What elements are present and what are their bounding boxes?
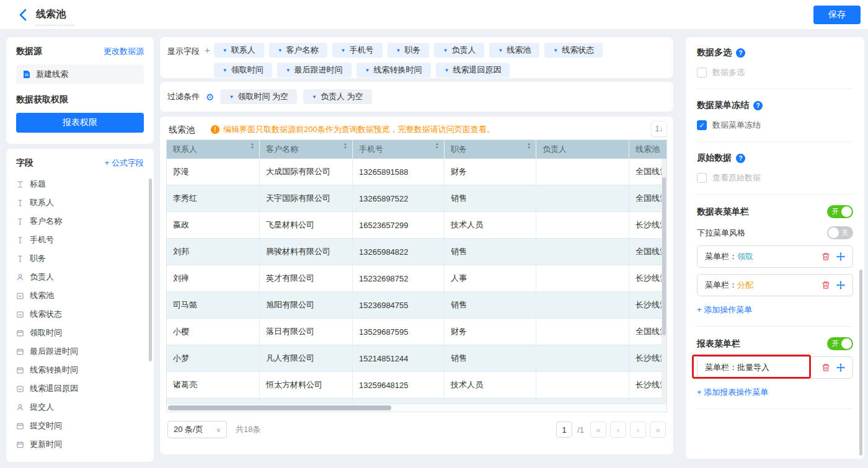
fields-panel: 字段 + 公式字段 标题 联系人 客户名称 手机号 职务 负责人 线索池 线索状…	[6, 149, 154, 462]
add-formula-field-link[interactable]: + 公式字段	[105, 157, 144, 169]
display-chip-returnreason[interactable]: ▼线索退回原因	[436, 63, 510, 77]
sort-icon[interactable]: ▲▼	[250, 142, 254, 149]
display-chip-claimtime[interactable]: ▼领取时间	[214, 63, 272, 77]
save-button[interactable]: 保存	[813, 6, 861, 24]
table-row[interactable]: 小樱落日有限公司13529687595财务全国线索	[167, 319, 666, 345]
column-header-owner[interactable]: 负责人	[536, 140, 629, 159]
checkbox-checked-icon[interactable]: ✓	[697, 120, 707, 130]
sort-icon[interactable]: ▲▼	[435, 142, 439, 149]
table-row[interactable]: 刘禅英才有限公司15232698752人事长沙线索	[167, 265, 666, 292]
raw-data-checkbox[interactable]: 查看原始数据	[697, 172, 853, 183]
gear-icon[interactable]: ⚙	[206, 92, 214, 102]
page-number-input[interactable]: 1	[556, 422, 572, 438]
sort-icon[interactable]: ▲▼	[343, 142, 347, 149]
column-header-phone[interactable]: 手机号▲▼	[353, 140, 445, 159]
move-icon[interactable]	[836, 252, 845, 261]
report-permission-button[interactable]: 报表权限	[16, 113, 144, 133]
table-row[interactable]: 刘邦腾骏材料有限公司13265984822销售全国线索	[167, 239, 666, 265]
fields-scrollbar[interactable]	[149, 179, 152, 361]
column-header-job[interactable]: 职务▲▼	[445, 140, 536, 159]
trash-icon[interactable]	[822, 252, 830, 261]
table-cell	[536, 185, 629, 211]
page-size-select[interactable]: 20 条/页 ∨	[167, 421, 227, 438]
add-display-field-button[interactable]: +	[205, 46, 210, 55]
field-item-converttime[interactable]: 线索转换时间	[16, 361, 144, 379]
datasource-item[interactable]: 新建线索	[16, 64, 144, 84]
menu-freeze-checkbox[interactable]: ✓ 数据菜单冻结	[697, 120, 853, 131]
table-row-partial[interactable]	[167, 399, 666, 404]
prev-page-button[interactable]: ‹	[610, 422, 626, 438]
last-page-button[interactable]: »	[650, 422, 666, 438]
chip-label: 最后跟进时间	[294, 64, 343, 76]
sort-icon[interactable]: ▲▼	[527, 142, 531, 149]
display-chip-owner[interactable]: ▼负责人	[434, 43, 484, 58]
table-row[interactable]: 苏漫大成国际有限公司13265891588财务全国线索	[167, 159, 666, 185]
field-item-submitter[interactable]: 提交人	[16, 398, 144, 417]
next-page-button[interactable]: ›	[630, 422, 646, 438]
display-chip-leadpool[interactable]: ▼线索池	[489, 43, 539, 58]
field-item-leadpool[interactable]: 线索池	[16, 286, 144, 305]
column-header-customer[interactable]: 客户名称▲▼	[260, 140, 353, 159]
column-header-leadpool[interactable]: 线索池	[629, 140, 666, 159]
settings-scrollbar[interactable]	[859, 270, 862, 456]
help-icon[interactable]: ?	[736, 48, 745, 58]
menu-item-claim[interactable]: 菜单栏：领取	[697, 245, 853, 268]
add-action-menu-link[interactable]: + 添加操作菜单	[697, 304, 853, 316]
field-label: 提交时间	[30, 420, 62, 431]
scrollbar-thumb[interactable]	[168, 405, 391, 410]
field-item-lastfollow[interactable]: 最后跟进时间	[16, 342, 144, 361]
back-icon[interactable]	[17, 9, 29, 21]
field-item-leadstatus[interactable]: 线索状态	[16, 305, 144, 324]
add-report-action-menu-link[interactable]: + 添加报表操作菜单	[697, 387, 853, 398]
table-menu-toggle[interactable]: 开	[827, 205, 853, 218]
change-datasource-link[interactable]: 更改数据源	[104, 46, 144, 57]
filter-chip-claimtime[interactable]: ▼领取时间 为空	[220, 89, 297, 104]
field-item-phone[interactable]: 手机号	[16, 231, 144, 249]
filter-chip-owner[interactable]: ▼负责人 为空	[303, 89, 372, 104]
column-header-contact[interactable]: 联系人▲▼	[167, 140, 260, 159]
checkbox-unchecked-icon[interactable]	[697, 173, 707, 183]
display-chip-contact[interactable]: ▼联系人	[214, 43, 264, 58]
field-item-returnreason[interactable]: 线索退回原因	[16, 379, 144, 398]
trash-icon[interactable]	[822, 281, 830, 289]
table-row[interactable]: 嬴政飞星材料公司16523657299技术人员长沙线索	[167, 212, 666, 239]
field-item-title[interactable]: 标题	[16, 175, 144, 193]
field-item-owner[interactable]: 负责人	[16, 268, 144, 286]
display-chip-customer[interactable]: ▼客户名称	[269, 43, 327, 58]
first-page-button[interactable]: «	[590, 422, 606, 438]
display-chip-job[interactable]: ▼职务	[388, 43, 430, 58]
menu-prefix: 菜单栏：	[705, 363, 737, 372]
help-icon[interactable]: ?	[736, 154, 745, 163]
menu-item-batch-import[interactable]: 菜单栏：批量导入	[697, 356, 853, 379]
move-icon[interactable]	[836, 363, 845, 372]
checkbox-unchecked-icon[interactable]	[697, 68, 707, 77]
move-icon[interactable]	[836, 281, 845, 289]
dropdown-style-toggle[interactable]: 关	[827, 226, 853, 239]
table-cell: 13529687595	[353, 319, 445, 345]
display-chip-converttime[interactable]: ▼线索转换时间	[356, 63, 431, 77]
help-icon[interactable]: ?	[753, 101, 763, 110]
field-item-claimtime[interactable]: 领取时间	[16, 324, 144, 342]
table-row[interactable]: 司马懿旭阳有限公司15236984755销售长沙线索	[167, 292, 666, 319]
section-report-menu: 报表菜单栏 开 菜单栏：批量导入 + 添加报表操作菜单	[697, 337, 853, 398]
menu-item-assign[interactable]: 菜单栏：分配	[697, 274, 853, 296]
multi-select-checkbox[interactable]: 数据多选	[697, 67, 853, 78]
scrollbar-thumb[interactable]	[662, 177, 666, 335]
trash-icon[interactable]	[822, 363, 830, 372]
field-item-updatetime[interactable]: 更新时间	[16, 435, 144, 454]
field-item-customer[interactable]: 客户名称	[16, 212, 144, 231]
display-chip-phone[interactable]: ▼手机号	[332, 43, 383, 58]
field-item-job[interactable]: 职务	[16, 249, 144, 268]
table-row[interactable]: 诸葛亮恒太方材料公司13259648125技术人员长沙线索	[167, 372, 666, 399]
checkbox-label: 数据多选	[712, 67, 745, 78]
sort-order-icon[interactable]: 1↓	[651, 121, 667, 137]
field-item-contact[interactable]: 联系人	[16, 193, 144, 212]
field-item-submittime[interactable]: 提交时间	[16, 417, 144, 435]
table-vertical-scrollbar[interactable]	[662, 159, 666, 404]
display-chip-lastfollow[interactable]: ▼最后跟进时间	[277, 63, 352, 77]
report-menu-toggle[interactable]: 开	[827, 337, 853, 350]
table-row[interactable]: 李秀红天宇国际有限公司13265897522销售全国线索	[167, 185, 666, 212]
table-row[interactable]: 小梦凡人有限公司15214851244销售长沙线索	[167, 345, 666, 372]
table-horizontal-scrollbar[interactable]	[167, 404, 666, 412]
display-chip-leadstatus[interactable]: ▼线索状态	[544, 43, 603, 58]
